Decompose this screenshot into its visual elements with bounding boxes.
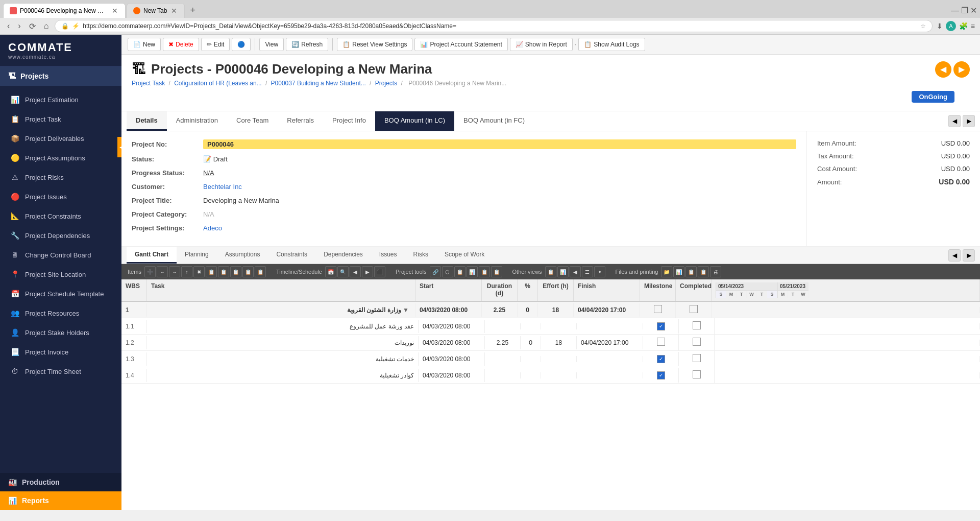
tab-referrals[interactable]: Referrals [278, 111, 323, 131]
tab-scroll-left[interactable]: ◀ [948, 115, 961, 127]
view-button[interactable]: View [259, 38, 284, 51]
gantt-hex-btn[interactable]: ⬡ [442, 266, 453, 277]
reset-view-button[interactable]: 📋 Reset View Settings [337, 38, 412, 51]
breadcrumb-p000037[interactable]: P000037 Building a New Student... [271, 80, 366, 87]
gantt-list-btn[interactable]: 📋 [479, 266, 490, 277]
gantt-tab-scope-of-work[interactable]: Scope of Work [436, 247, 493, 264]
sidebar-reports-section[interactable]: 📊 Reports [0, 491, 121, 510]
home-button[interactable]: ⌂ [42, 20, 51, 32]
gantt-export-btn[interactable]: 📋 [242, 266, 254, 277]
back-button[interactable]: ‹ [5, 20, 12, 32]
gantt-excel-btn[interactable]: 📊 [673, 266, 684, 277]
gantt-link-btn[interactable]: 🔗 [430, 266, 441, 277]
gantt-copy-btn[interactable]: 📋 [206, 266, 217, 277]
gantt-tab-scroll-right[interactable]: ▶ [963, 249, 975, 262]
milestone-checkbox-1-1[interactable]: ✓ [657, 322, 665, 330]
customer-link[interactable]: Bechtelar Inc [203, 183, 242, 191]
close-button[interactable]: ✕ [970, 6, 977, 15]
gantt-bar-btn[interactable]: 📊 [557, 266, 569, 277]
gantt-img-btn[interactable]: 📋 [698, 266, 709, 277]
sidebar-projects-header[interactable]: 🏗 Projects [0, 66, 121, 86]
tab-close-active[interactable]: ✕ [111, 7, 119, 15]
gantt-chart-btn[interactable]: 📊 [467, 266, 478, 277]
sidebar-item-project-dependencies[interactable]: 🔧 Project Dependencies [0, 226, 121, 245]
gantt-paste-btn[interactable]: 📋 [218, 266, 229, 277]
sidebar-item-change-control-board[interactable]: 🖥 Change Control Board [0, 245, 121, 265]
gantt-folder-btn[interactable]: 📁 [661, 266, 672, 277]
sidebar-item-project-risks[interactable]: ⚠ Project Risks [0, 168, 121, 187]
breadcrumb-project-task[interactable]: Project Task [132, 80, 165, 87]
url-bar[interactable]: 🔒 ⚡ https://demo.commateerp.com/#ViewID=… [55, 20, 933, 32]
tab-core-team[interactable]: Core Team [227, 111, 278, 131]
gantt-cell-milestone-1-1[interactable]: ✓ [643, 319, 679, 334]
prev-record-button[interactable]: ◀ [935, 61, 951, 78]
gantt-cell-completed-1-4[interactable] [679, 367, 715, 383]
sidebar-item-project-assumptions[interactable]: 🟡 Project Assumptions [0, 148, 121, 168]
gantt-options-btn[interactable]: 📋 [491, 266, 502, 277]
completed-checkbox-1-2[interactable] [693, 338, 701, 346]
show-in-report-button[interactable]: 📈 Show in Report [510, 38, 573, 51]
gantt-cell-milestone-1[interactable] [640, 302, 676, 318]
gantt-indent-right-btn[interactable]: → [169, 266, 180, 277]
gantt-zoom-btn[interactable]: 🔍 [337, 266, 349, 277]
breadcrumb-projects[interactable]: Projects [375, 80, 397, 87]
minimize-button[interactable]: — [951, 6, 959, 15]
gantt-tab-assumptions[interactable]: Assumptions [217, 247, 268, 264]
sidebar-item-project-stake-holders[interactable]: 👤 Project Stake Holders [0, 323, 121, 342]
gantt-cell-completed-1-1[interactable] [679, 318, 715, 334]
sidebar-item-project-constraints[interactable]: 📐 Project Constraints [0, 206, 121, 226]
completed-checkbox-1-4[interactable] [693, 370, 701, 378]
show-audit-logs-button[interactable]: 📋 Show Audit Logs [578, 38, 645, 51]
milestone-checkbox-1-2[interactable] [657, 338, 665, 346]
progress-status-link[interactable]: N/A [203, 169, 214, 177]
tab-boq-lc[interactable]: BOQ Amount (in LC) [375, 111, 454, 131]
gantt-tab-risks[interactable]: Risks [405, 247, 436, 264]
tab-details[interactable]: Details [127, 111, 167, 131]
milestone-checkbox-1-4[interactable]: ✓ [657, 371, 665, 380]
gantt-cell-completed-1-2[interactable] [679, 335, 715, 350]
sidebar-item-project-time-sheet[interactable]: ⏱ Project Time Sheet [0, 362, 121, 381]
tab-project-info[interactable]: Project Info [323, 111, 375, 131]
maximize-button[interactable]: ❐ [961, 6, 968, 15]
tab-inactive[interactable]: New Tab ✕ [127, 3, 185, 18]
tab-administration[interactable]: Administration [167, 111, 227, 131]
refresh-button[interactable]: 🔄 Refresh [286, 38, 328, 51]
gantt-cell-milestone-1-2[interactable] [643, 335, 679, 350]
completed-checkbox-1[interactable] [690, 305, 698, 313]
bookmark-icon[interactable]: ☆ [920, 22, 926, 30]
sidebar-production-section[interactable]: 🏭 Production [0, 473, 121, 491]
gantt-doc-btn[interactable]: 📋 [454, 266, 465, 277]
gantt-list2-btn[interactable]: ☰ [582, 266, 593, 277]
gantt-back-btn[interactable]: ◀ [570, 266, 581, 277]
tab-close-2[interactable]: ✕ [170, 7, 178, 15]
sidebar-item-project-resources[interactable]: 👥 Project Resources [0, 303, 121, 323]
gantt-tab-dependencies[interactable]: Dependencies [315, 247, 371, 264]
completed-checkbox-1-3[interactable] [693, 354, 701, 362]
gantt-next-btn[interactable]: ▶ [362, 266, 373, 277]
next-record-button[interactable]: ▶ [953, 61, 970, 78]
breadcrumb-hr-config[interactable]: Cofiguraiton of HR (Leaves an... [174, 80, 261, 87]
sidebar-item-project-invoice[interactable]: 📃 Project Invoice [0, 342, 121, 362]
tab-active[interactable]: P000046 Developing a New M... ✕ [3, 3, 126, 18]
gantt-import-btn[interactable]: 📋 [230, 266, 241, 277]
sidebar-item-project-site-location[interactable]: 📍 Project Site Location [0, 265, 121, 284]
downloads-icon[interactable]: ⬇ [937, 22, 943, 30]
gantt-move-up-btn[interactable]: ↑ [181, 266, 192, 277]
gantt-tab-planning[interactable]: Planning [177, 247, 217, 264]
menu-icon[interactable]: ≡ [971, 22, 975, 30]
gantt-calendar-btn[interactable]: 📅 [325, 266, 336, 277]
gantt-add-btn[interactable]: ➕ [144, 266, 156, 277]
refresh-button[interactable]: ⟳ [27, 20, 38, 32]
gantt-star-btn[interactable]: ✦ [594, 266, 605, 277]
gantt-cell-completed-1[interactable] [676, 302, 712, 318]
new-tab-button[interactable]: + [186, 5, 200, 16]
gantt-print-btn[interactable]: 🖨 [710, 266, 721, 277]
edit-button[interactable]: ✏ Edit [201, 38, 230, 51]
gantt-delete-btn[interactable]: ✖ [193, 266, 205, 277]
blueprint-button[interactable]: 🔵 [232, 38, 251, 51]
gantt-tab-issues[interactable]: Issues [371, 247, 405, 264]
new-button[interactable]: 📄 New [128, 38, 161, 51]
gantt-pdf-btn[interactable]: 📋 [685, 266, 697, 277]
gantt-cell-milestone-1-3[interactable]: ✓ [643, 352, 679, 366]
milestone-checkbox-1-3[interactable]: ✓ [657, 355, 665, 363]
